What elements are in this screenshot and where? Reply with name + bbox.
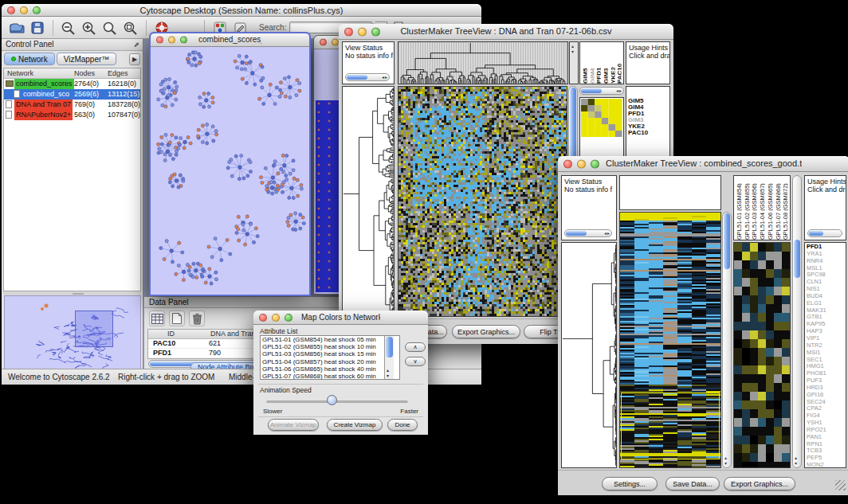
attribute-item[interactable]: GPL51-04 (GSM857) heat shock 20 min [262,358,399,365]
column-label[interactable]: PFD1 [595,42,601,84]
scroll-arrows[interactable]: ▴▾ [571,44,574,55]
minimize-button[interactable] [272,314,280,322]
close-button[interactable] [563,159,572,168]
animation-speed-slider[interactable] [266,400,408,403]
scroll-thumb[interactable] [724,213,730,269]
tab-vizmapper[interactable]: VizMapper™ [57,53,117,65]
zoom-button[interactable] [371,27,380,36]
export-graphics--button[interactable]: Export Graphics... [724,477,795,490]
move-up-button[interactable]: ∧ [405,342,426,352]
done-button[interactable]: Done [387,419,418,431]
birdseye-selection[interactable] [75,311,113,347]
network-row[interactable]: combined_scores2764(0)16218(0) [4,79,140,89]
scroll-arrows[interactable]: ◂▸ [382,74,388,80]
network-name[interactable]: combined_scores [14,79,74,89]
tab-network[interactable]: Network [4,53,55,65]
scroll-arrows[interactable]: ▴▾ [387,368,389,379]
close-button[interactable] [7,6,15,14]
column-label[interactable]: GIM4 [589,42,595,84]
zoom-button[interactable] [285,314,292,322]
close-button[interactable] [344,27,353,36]
scroll-thumb[interactable] [794,240,800,278]
close-button[interactable] [320,39,327,46]
tv2-detail-heatmap[interactable] [733,242,791,468]
scroll-thumb[interactable] [386,337,393,357]
move-down-button[interactable]: ∨ [405,357,426,366]
column-label[interactable]: GIM3 [603,42,608,84]
attribute-table-icon[interactable] [149,311,165,326]
save-data--button[interactable]: Save Data... [665,477,720,490]
tv2-heatmap-vscrollbar[interactable]: ▴▾ [722,212,732,468]
scroll-thumb[interactable] [809,231,823,236]
zoom-out-icon[interactable] [60,19,77,37]
network-name[interactable]: DNA and Tran 07 [14,100,73,110]
scroll-thumb[interactable] [581,88,602,93]
tv1-column-dendrogram[interactable] [398,41,568,84]
column-label[interactable]: GPL51-08 (GSM872) [782,176,788,240]
close-button[interactable] [156,37,163,44]
tv1-row-dendrogram[interactable] [342,86,395,317]
column-label[interactable]: GPL51-07 (GSM868) [775,176,781,240]
treeview2-titlebar[interactable]: ClusterMaker TreeView : combined_scores_… [558,156,848,172]
scroll-arrows[interactable]: ◂▸ [616,88,622,93]
col-edges[interactable]: Edges [108,69,128,77]
trash-icon[interactable] [189,311,205,326]
zoom-button[interactable] [33,6,41,14]
minimize-button[interactable] [168,37,175,44]
attribute-item[interactable]: GPL51-07 (GSM868) heat shock 60 min [262,373,399,380]
network-row[interactable]: RNAPuberNov2+563(0)107847(0) [4,110,140,120]
open-file-button[interactable] [8,19,26,37]
tv1-global-heatmap[interactable] [398,86,567,317]
resize-grip[interactable] [835,480,846,490]
tab-overflow-arrow[interactable]: ▶ [129,53,140,65]
tv2-detail-vscrollbar[interactable]: ▴▾ [792,175,802,468]
scroll-thumb[interactable] [347,75,367,80]
save-button[interactable] [29,19,46,37]
attribute-list[interactable]: GPL51-01 (GSM854) heat shock 05 minGPL51… [260,335,400,380]
row-label[interactable]: PAC10 [628,130,648,136]
scroll-arrows[interactable]: ◂▸ [604,230,610,236]
zoom-in-icon[interactable] [80,19,98,37]
tv1-detail-hscrollbar[interactable]: ◂▸ [579,87,624,95]
tv2-hints-scrollbar[interactable] [807,229,842,237]
slider-thumb[interactable] [327,395,337,405]
tv2-global-heatmap[interactable] [619,212,721,468]
attribute-list-scrollbar[interactable]: ▴▾ [384,336,394,379]
dialog-titlebar[interactable]: Map Colors to Network [253,311,428,325]
column-label[interactable]: GPL51-04 (GSM857) [759,176,765,240]
close-button[interactable] [259,314,267,322]
tv2-row-dendrogram[interactable] [561,242,617,468]
minimize-button[interactable] [332,39,339,46]
network-name[interactable]: RNAPuberNov2+ [14,110,73,120]
attribute-item[interactable]: GPL51-01 (GSM854) heat shock 05 min [262,336,399,343]
col-network[interactable]: Network [7,69,33,77]
minimize-button[interactable] [577,159,586,168]
treeview1-titlebar[interactable]: ClusterMaker TreeView : DNA and Tran 07-… [339,24,673,40]
minimize-button[interactable] [358,27,367,36]
tv1-status-scrollbar[interactable]: ◂▸ [345,73,390,81]
new-document-icon[interactable] [169,311,185,326]
minimize-button[interactable] [20,6,28,14]
network-window-1-titlebar[interactable]: combined_scores_good.txt--cluste... [151,33,309,47]
col-nodes[interactable]: Nodes [74,69,95,77]
zoom-fit-icon[interactable] [122,19,139,37]
zoom-selected-icon[interactable] [101,19,119,37]
network-canvas-1[interactable] [151,47,308,294]
settings--button[interactable]: Settings... [602,477,658,490]
attribute-item[interactable]: GPL51-06 (GSM865) heat shock 40 min [262,365,399,373]
export-graphics--button[interactable]: Export Graphics... [452,325,520,338]
column-label[interactable]: PAC10 [616,42,622,84]
column-label[interactable]: GPL51-03 (GSM856) [751,176,757,240]
zoom-button[interactable] [591,159,599,168]
attribute-item[interactable]: GPL51-02 (GSM855) heat shock 10 min [262,343,399,350]
scroll-thumb[interactable] [566,231,587,236]
float-panel-icon[interactable]: ⬈ [133,41,139,49]
row-label[interactable]: MON2 [807,462,844,468]
network-name[interactable]: combined_sco [22,89,71,100]
attribute-item[interactable]: GPL51-03 (GSM856) heat shock 15 min [262,350,399,357]
zoom-button[interactable] [180,37,187,44]
cytoscape-titlebar[interactable]: Cytoscape Desktop (Session Name: collins… [2,4,481,17]
column-label[interactable]: GPL51-01 (GSM854) [736,176,742,240]
scroll-arrows[interactable]: ▴▾ [795,455,797,467]
scroll-arrows[interactable]: ▴▾ [724,455,727,467]
